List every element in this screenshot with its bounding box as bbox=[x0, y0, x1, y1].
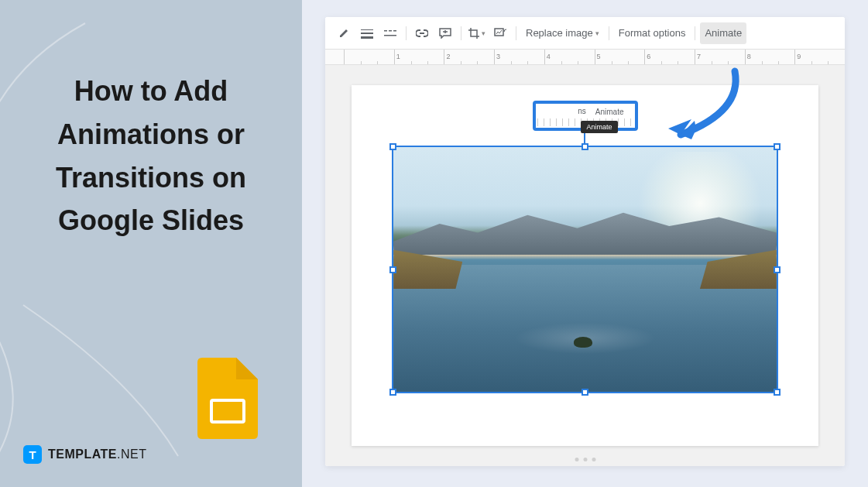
svg-rect-7 bbox=[384, 35, 396, 36]
brand-text: TEMPLATE.NET bbox=[48, 448, 146, 461]
resize-handle-tr[interactable] bbox=[774, 143, 781, 150]
resize-handle-tl[interactable] bbox=[389, 143, 396, 150]
line-weight-icon[interactable] bbox=[356, 22, 378, 44]
svg-rect-6 bbox=[393, 30, 396, 32]
toolbar-separator bbox=[406, 26, 407, 40]
ruler-tick: 9 bbox=[794, 50, 845, 64]
toolbar-separator bbox=[461, 26, 461, 40]
editor-window: Replace image Format options Animate Ani… bbox=[325, 17, 845, 466]
ruler-tick: 8 bbox=[745, 50, 795, 64]
toolbar-separator bbox=[516, 26, 516, 40]
ruler-tick: 7 bbox=[695, 50, 745, 64]
ruler-tick: 4 bbox=[544, 50, 595, 64]
brand-bold: TEMPLATE bbox=[48, 448, 117, 461]
ruler-tick bbox=[344, 50, 394, 64]
image-content bbox=[393, 147, 776, 393]
selected-image[interactable] bbox=[393, 147, 776, 393]
resize-handle-br[interactable] bbox=[774, 389, 781, 396]
toolbar-separator bbox=[609, 26, 609, 40]
svg-rect-2 bbox=[361, 33, 373, 34]
slide[interactable] bbox=[352, 85, 818, 446]
comment-icon[interactable] bbox=[434, 22, 456, 44]
ruler-tick: 5 bbox=[595, 50, 645, 64]
resize-handle-mr[interactable] bbox=[774, 266, 781, 273]
callout-animate-button: Animate bbox=[591, 107, 629, 117]
callout-tooltip: Animate bbox=[581, 121, 617, 133]
callout-fragment: ns bbox=[578, 107, 586, 117]
resize-handle-tm[interactable] bbox=[582, 143, 588, 150]
ruler-tick: 6 bbox=[644, 50, 695, 64]
toolbar-separator bbox=[695, 26, 695, 40]
replace-image-button[interactable]: Replace image bbox=[521, 22, 604, 44]
ruler-tick: 3 bbox=[494, 50, 544, 64]
format-options-button[interactable]: Format options bbox=[614, 22, 691, 44]
ruler-tick: 1 bbox=[394, 50, 444, 64]
pager-dot bbox=[575, 458, 578, 461]
brand-logo: TEMPLATE.NET bbox=[23, 445, 146, 464]
right-screenshot-panel: Replace image Format options Animate Ani… bbox=[302, 0, 868, 487]
callout-zoom: ns Animate Animate bbox=[533, 101, 638, 131]
resize-handle-bl[interactable] bbox=[389, 389, 396, 396]
link-icon[interactable] bbox=[411, 22, 433, 44]
svg-rect-10 bbox=[495, 29, 503, 36]
svg-rect-1 bbox=[361, 29, 373, 30]
border-dash-icon[interactable] bbox=[379, 22, 401, 44]
edit-icon[interactable] bbox=[333, 22, 355, 44]
svg-rect-4 bbox=[384, 30, 387, 32]
brand-light: .NET bbox=[117, 448, 146, 461]
left-title-panel: How to Add Animations or Transitions on … bbox=[0, 0, 302, 487]
svg-rect-5 bbox=[389, 30, 392, 32]
ruler-tick: 2 bbox=[444, 50, 494, 64]
reset-image-icon[interactable] bbox=[489, 22, 511, 44]
crop-icon[interactable] bbox=[466, 22, 488, 44]
svg-rect-3 bbox=[361, 36, 373, 39]
google-slides-icon bbox=[197, 358, 258, 439]
pager-dots bbox=[575, 458, 595, 461]
animate-button[interactable]: Animate bbox=[700, 22, 746, 44]
pager-dot bbox=[583, 458, 587, 461]
horizontal-ruler: 1 2 3 4 5 6 7 8 9 bbox=[325, 50, 845, 65]
pager-dot bbox=[592, 458, 595, 461]
page-root: How to Add Animations or Transitions on … bbox=[0, 0, 868, 487]
brand-icon bbox=[23, 445, 42, 464]
toolbar: Replace image Format options Animate bbox=[325, 17, 845, 50]
resize-handle-ml[interactable] bbox=[389, 266, 396, 273]
resize-handle-bm[interactable] bbox=[582, 389, 588, 396]
page-title: How to Add Animations or Transitions on … bbox=[23, 70, 279, 242]
